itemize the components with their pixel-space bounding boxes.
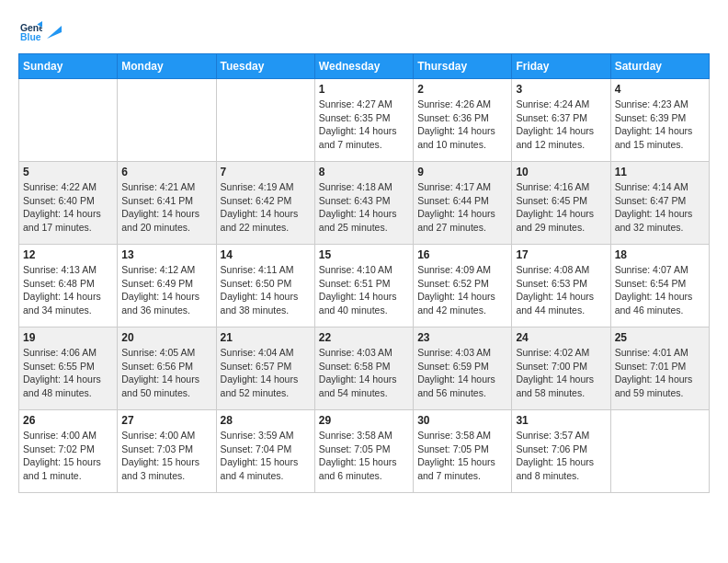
- day-info: Sunrise: 4:00 AM Sunset: 7:02 PM Dayligh…: [23, 429, 113, 483]
- day-number: 30: [417, 414, 507, 427]
- calendar-cell: 30Sunrise: 3:58 AM Sunset: 7:05 PM Dayli…: [414, 410, 512, 493]
- day-info: Sunrise: 4:21 AM Sunset: 6:41 PM Dayligh…: [121, 180, 211, 235]
- day-info: Sunrise: 4:06 AM Sunset: 6:55 PM Dayligh…: [23, 346, 113, 400]
- day-number: 2: [417, 83, 507, 96]
- calendar-cell: 2Sunrise: 4:26 AM Sunset: 6:36 PM Daylig…: [414, 79, 512, 162]
- day-number: 3: [516, 83, 606, 96]
- day-info: Sunrise: 4:01 AM Sunset: 7:01 PM Dayligh…: [615, 346, 705, 400]
- calendar-cell: [118, 79, 216, 162]
- day-info: Sunrise: 4:11 AM Sunset: 6:50 PM Dayligh…: [221, 263, 311, 317]
- day-number: 19: [23, 331, 113, 344]
- calendar-cell: 15Sunrise: 4:10 AM Sunset: 6:51 PM Dayli…: [314, 245, 413, 327]
- day-number: 5: [23, 166, 113, 178]
- calendar-cell: 23Sunrise: 4:03 AM Sunset: 6:59 PM Dayli…: [414, 327, 512, 410]
- day-info: Sunrise: 4:27 AM Sunset: 6:35 PM Dayligh…: [319, 98, 409, 152]
- day-info: Sunrise: 3:57 AM Sunset: 7:06 PM Dayligh…: [516, 429, 606, 483]
- calendar-cell: 21Sunrise: 4:04 AM Sunset: 6:57 PM Dayli…: [216, 327, 314, 410]
- calendar-cell: 6Sunrise: 4:21 AM Sunset: 6:41 PM Daylig…: [118, 162, 216, 245]
- calendar-week-row: 26Sunrise: 4:00 AM Sunset: 7:02 PM Dayli…: [19, 410, 710, 493]
- day-number: 28: [221, 414, 311, 427]
- calendar-cell: 5Sunrise: 4:22 AM Sunset: 6:40 PM Daylig…: [19, 162, 118, 245]
- calendar-cell: 25Sunrise: 4:01 AM Sunset: 7:01 PM Dayli…: [610, 327, 709, 410]
- calendar-cell: 28Sunrise: 3:59 AM Sunset: 7:04 PM Dayli…: [216, 410, 314, 493]
- day-number: 1: [319, 83, 409, 96]
- day-info: Sunrise: 4:08 AM Sunset: 6:53 PM Dayligh…: [516, 263, 606, 317]
- weekday-header: Thursday: [414, 54, 512, 79]
- day-info: Sunrise: 4:14 AM Sunset: 6:47 PM Dayligh…: [615, 180, 705, 235]
- day-info: Sunrise: 4:07 AM Sunset: 6:54 PM Dayligh…: [615, 263, 705, 317]
- day-info: Sunrise: 4:04 AM Sunset: 6:57 PM Dayligh…: [221, 346, 311, 400]
- calendar-cell: 22Sunrise: 4:03 AM Sunset: 6:58 PM Dayli…: [314, 327, 413, 410]
- day-info: Sunrise: 4:02 AM Sunset: 7:00 PM Dayligh…: [516, 346, 606, 400]
- calendar-cell: 27Sunrise: 4:00 AM Sunset: 7:03 PM Dayli…: [118, 410, 216, 493]
- day-info: Sunrise: 4:10 AM Sunset: 6:51 PM Dayligh…: [319, 263, 409, 317]
- day-number: 31: [516, 414, 606, 427]
- svg-marker-3: [47, 26, 62, 39]
- day-info: Sunrise: 4:12 AM Sunset: 6:49 PM Dayligh…: [121, 263, 211, 317]
- calendar-cell: [19, 79, 118, 162]
- calendar-cell: 4Sunrise: 4:23 AM Sunset: 6:39 PM Daylig…: [610, 79, 709, 162]
- calendar-cell: 19Sunrise: 4:06 AM Sunset: 6:55 PM Dayli…: [19, 327, 118, 410]
- calendar-cell: 20Sunrise: 4:05 AM Sunset: 6:56 PM Dayli…: [118, 327, 216, 410]
- day-info: Sunrise: 4:16 AM Sunset: 6:45 PM Dayligh…: [516, 180, 606, 235]
- day-number: 8: [319, 166, 409, 178]
- day-info: Sunrise: 3:58 AM Sunset: 7:05 PM Dayligh…: [319, 429, 409, 483]
- day-info: Sunrise: 3:59 AM Sunset: 7:04 PM Dayligh…: [221, 429, 311, 483]
- day-number: 15: [319, 248, 409, 261]
- page-header: General Blue: [18, 18, 710, 44]
- day-number: 7: [221, 166, 311, 178]
- day-number: 12: [23, 248, 113, 261]
- day-number: 23: [417, 331, 507, 344]
- calendar-cell: 18Sunrise: 4:07 AM Sunset: 6:54 PM Dayli…: [610, 245, 709, 327]
- calendar: SundayMondayTuesdayWednesdayThursdayFrid…: [18, 53, 710, 493]
- day-info: Sunrise: 4:13 AM Sunset: 6:48 PM Dayligh…: [23, 263, 113, 317]
- calendar-cell: 13Sunrise: 4:12 AM Sunset: 6:49 PM Dayli…: [118, 245, 216, 327]
- calendar-cell: 7Sunrise: 4:19 AM Sunset: 6:42 PM Daylig…: [216, 162, 314, 245]
- calendar-week-row: 5Sunrise: 4:22 AM Sunset: 6:40 PM Daylig…: [19, 162, 710, 245]
- calendar-header-row: SundayMondayTuesdayWednesdayThursdayFrid…: [19, 54, 710, 79]
- weekday-header: Friday: [512, 54, 610, 79]
- calendar-cell: 10Sunrise: 4:16 AM Sunset: 6:45 PM Dayli…: [512, 162, 610, 245]
- day-number: 11: [615, 166, 705, 178]
- calendar-cell: 24Sunrise: 4:02 AM Sunset: 7:00 PM Dayli…: [512, 327, 610, 410]
- day-info: Sunrise: 4:18 AM Sunset: 6:43 PM Dayligh…: [319, 180, 409, 235]
- day-number: 4: [615, 83, 705, 96]
- weekday-header: Wednesday: [314, 54, 413, 79]
- calendar-cell: [610, 410, 709, 493]
- day-info: Sunrise: 3:58 AM Sunset: 7:05 PM Dayligh…: [417, 429, 507, 483]
- day-info: Sunrise: 4:17 AM Sunset: 6:44 PM Dayligh…: [417, 180, 507, 235]
- calendar-cell: 12Sunrise: 4:13 AM Sunset: 6:48 PM Dayli…: [19, 245, 118, 327]
- calendar-cell: 3Sunrise: 4:24 AM Sunset: 6:37 PM Daylig…: [512, 79, 610, 162]
- svg-text:Blue: Blue: [20, 32, 41, 40]
- day-number: 17: [516, 248, 606, 261]
- day-number: 18: [615, 248, 705, 261]
- calendar-cell: 26Sunrise: 4:00 AM Sunset: 7:02 PM Dayli…: [19, 410, 118, 493]
- day-number: 27: [121, 414, 211, 427]
- calendar-cell: 14Sunrise: 4:11 AM Sunset: 6:50 PM Dayli…: [216, 245, 314, 327]
- day-number: 9: [417, 166, 507, 178]
- day-number: 10: [516, 166, 606, 178]
- day-number: 25: [615, 331, 705, 344]
- day-number: 20: [121, 331, 211, 344]
- weekday-header: Monday: [118, 54, 216, 79]
- day-number: 21: [221, 331, 311, 344]
- day-number: 13: [121, 248, 211, 261]
- day-info: Sunrise: 4:09 AM Sunset: 6:52 PM Dayligh…: [417, 263, 507, 317]
- weekday-header: Tuesday: [216, 54, 314, 79]
- calendar-cell: 29Sunrise: 3:58 AM Sunset: 7:05 PM Dayli…: [314, 410, 413, 493]
- calendar-cell: 31Sunrise: 3:57 AM Sunset: 7:06 PM Dayli…: [512, 410, 610, 493]
- calendar-week-row: 1Sunrise: 4:27 AM Sunset: 6:35 PM Daylig…: [19, 79, 710, 162]
- weekday-header: Sunday: [19, 54, 118, 79]
- day-number: 24: [516, 331, 606, 344]
- day-number: 16: [417, 248, 507, 261]
- day-number: 14: [221, 248, 311, 261]
- calendar-cell: 8Sunrise: 4:18 AM Sunset: 6:43 PM Daylig…: [314, 162, 413, 245]
- day-info: Sunrise: 4:19 AM Sunset: 6:42 PM Dayligh…: [221, 180, 311, 235]
- day-info: Sunrise: 4:03 AM Sunset: 6:59 PM Dayligh…: [417, 346, 507, 400]
- day-info: Sunrise: 4:26 AM Sunset: 6:36 PM Dayligh…: [417, 98, 507, 152]
- day-info: Sunrise: 4:03 AM Sunset: 6:58 PM Dayligh…: [319, 346, 409, 400]
- day-info: Sunrise: 4:24 AM Sunset: 6:37 PM Dayligh…: [516, 98, 606, 152]
- calendar-cell: 1Sunrise: 4:27 AM Sunset: 6:35 PM Daylig…: [314, 79, 413, 162]
- day-info: Sunrise: 4:23 AM Sunset: 6:39 PM Dayligh…: [615, 98, 705, 152]
- calendar-cell: 16Sunrise: 4:09 AM Sunset: 6:52 PM Dayli…: [414, 245, 512, 327]
